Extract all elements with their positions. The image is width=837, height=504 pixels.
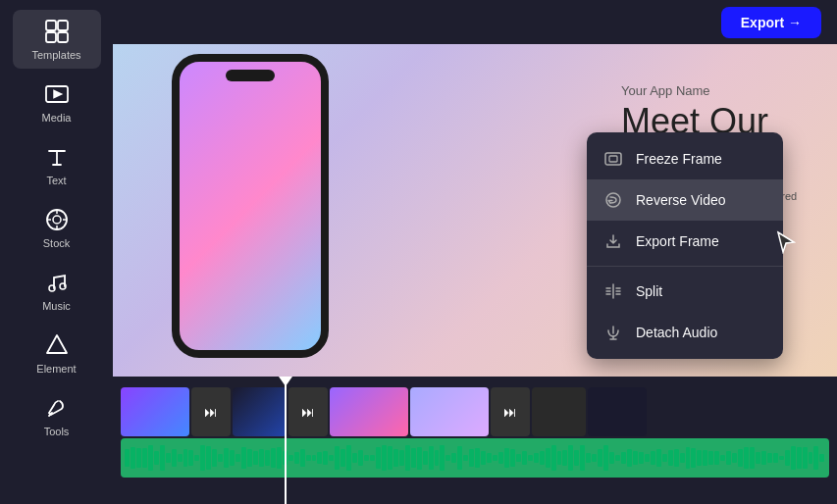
svg-rect-0 — [46, 21, 56, 30]
svg-rect-10 — [609, 156, 617, 162]
detach-audio-icon — [602, 322, 624, 343]
wave-bar — [469, 449, 474, 467]
top-bar: Export → — [113, 0, 837, 44]
wave-bar — [423, 451, 428, 465]
wave-bar — [352, 453, 357, 463]
wave-bar — [504, 448, 509, 467]
playhead-triangle — [279, 377, 292, 386]
menu-item-export-frame[interactable]: Export Frame — [587, 221, 783, 262]
wave-bar — [411, 448, 416, 467]
wave-bar — [346, 445, 351, 471]
wave-bar — [809, 452, 813, 463]
wave-bar — [674, 449, 679, 467]
wave-bar — [534, 453, 539, 463]
wave-bar — [546, 448, 550, 467]
wave-bar — [306, 455, 311, 461]
wave-bar — [691, 448, 696, 468]
wave-bar — [405, 445, 410, 472]
transition-1[interactable]: ⏭ — [191, 387, 231, 436]
sidebar-item-stock[interactable]: Stock — [13, 198, 101, 257]
svg-rect-3 — [58, 32, 68, 42]
svg-rect-2 — [46, 32, 56, 42]
wave-bar — [738, 449, 743, 468]
wave-bar — [247, 449, 252, 468]
wave-bar — [522, 451, 527, 465]
wave-bar — [136, 448, 141, 468]
freeze-frame-icon — [602, 148, 624, 170]
wave-bar — [686, 447, 691, 468]
text-icon — [43, 143, 71, 171]
sidebar-item-tools[interactable]: Tools — [13, 386, 101, 445]
sidebar-item-media[interactable]: Media — [13, 73, 101, 131]
wave-bar — [312, 455, 317, 461]
wave-bar — [797, 447, 802, 469]
wave-bar — [188, 450, 193, 467]
menu-item-freeze-frame[interactable]: Freeze Frame — [587, 138, 783, 179]
sidebar-item-text[interactable]: Text — [13, 135, 101, 194]
menu-item-split[interactable]: Split — [587, 271, 783, 312]
wave-bar — [493, 455, 497, 461]
wave-bar — [551, 445, 556, 472]
wave-bar — [323, 451, 328, 465]
thumbnail-6 — [588, 387, 647, 436]
wave-bar — [756, 452, 760, 464]
templates-label: Templates — [31, 49, 80, 61]
video-track[interactable]: ⏭ ⏭ ⏭ — [121, 384, 829, 438]
wave-bar — [335, 446, 340, 470]
export-button[interactable]: Export → — [721, 7, 821, 38]
wave-bar — [340, 449, 345, 466]
menu-item-detach-audio[interactable]: Detach Audio — [587, 312, 783, 353]
wave-bar — [621, 452, 626, 464]
wave-bar — [633, 451, 638, 464]
thumbnail-3 — [330, 387, 408, 436]
wave-bar — [540, 451, 545, 465]
music-label: Music — [42, 300, 71, 312]
wave-bar — [194, 455, 199, 461]
wave-bar — [376, 447, 381, 468]
wave-bar — [457, 446, 462, 469]
wave-bar — [475, 448, 480, 469]
sidebar-item-element[interactable]: Element — [13, 324, 101, 382]
phone-notch — [226, 70, 275, 81]
wave-bar — [510, 449, 515, 468]
wave-bar — [720, 455, 725, 461]
tools-label: Tools — [44, 426, 70, 437]
wave-bar — [235, 454, 240, 461]
svg-rect-1 — [58, 21, 68, 30]
wave-bar — [388, 446, 392, 469]
wave-bar — [288, 455, 293, 460]
wave-bar — [568, 445, 573, 470]
wave-bar — [230, 450, 235, 466]
wave-bar — [125, 449, 130, 468]
wave-bar — [744, 447, 749, 469]
menu-item-reverse-video[interactable]: Reverse Video — [587, 179, 783, 221]
wave-bar — [580, 445, 585, 470]
wave-bar — [697, 450, 702, 467]
wave-bar — [598, 449, 602, 467]
transition-icon-2: ⏭ — [301, 404, 315, 420]
transition-3[interactable]: ⏭ — [491, 387, 530, 436]
wave-bar — [317, 452, 322, 465]
stock-label: Stock — [43, 237, 71, 249]
wave-bar — [224, 448, 229, 469]
timeline-area: ⏭ ⏭ ⏭ // Will be generated in second scr… — [113, 377, 837, 504]
wave-bar — [200, 445, 205, 470]
transition-2[interactable]: ⏭ — [288, 387, 328, 436]
wave-bar — [645, 454, 650, 461]
wave-bar — [364, 455, 369, 461]
wave-bar — [206, 446, 211, 470]
phone-mockup — [172, 54, 329, 348]
sidebar: Templates Media Text Stock — [0, 0, 113, 504]
stock-icon — [43, 206, 71, 233]
wave-bar — [300, 449, 305, 467]
freeze-frame-label: Freeze Frame — [636, 151, 722, 167]
sidebar-item-templates[interactable]: Templates — [13, 10, 101, 69]
wave-bar — [154, 451, 159, 465]
wave-bar — [528, 455, 533, 462]
wave-bar — [639, 452, 644, 463]
wave-bar — [440, 445, 445, 471]
tools-icon — [43, 394, 71, 422]
svg-point-6 — [53, 216, 61, 224]
sidebar-item-music[interactable]: Music — [13, 261, 101, 320]
wave-bar — [445, 455, 450, 461]
